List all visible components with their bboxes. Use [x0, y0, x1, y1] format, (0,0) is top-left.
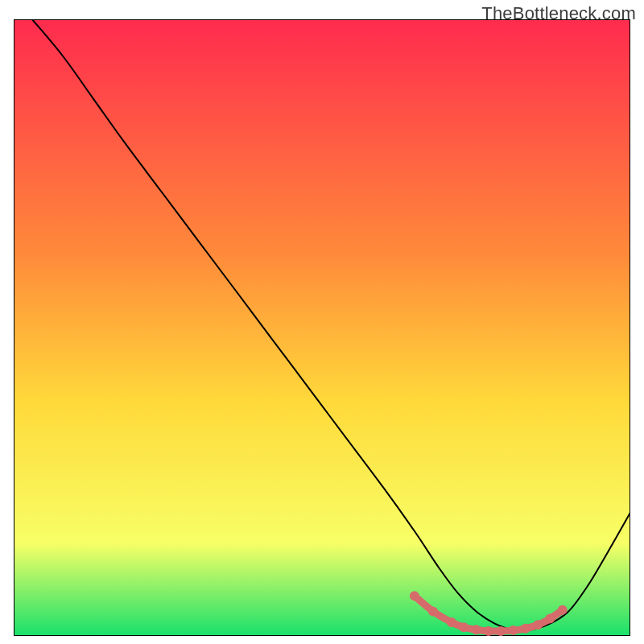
highlighted-floor-dot: [496, 626, 506, 636]
highlighted-floor-dot: [533, 620, 543, 630]
highlighted-floor-dot: [484, 626, 493, 636]
highlighted-floor-dot: [545, 614, 555, 624]
chart-svg: [14, 19, 630, 636]
plot-area: [14, 19, 630, 636]
highlighted-floor-dot: [459, 622, 469, 632]
highlighted-floor-dot: [410, 591, 419, 601]
highlighted-floor-dot: [521, 624, 530, 634]
highlighted-floor-dot: [428, 606, 438, 616]
highlighted-floor-dot: [558, 605, 568, 615]
gradient-background: [14, 19, 630, 636]
chart-frame: TheBottleneck.com: [0, 0, 644, 644]
highlighted-floor-dot: [447, 617, 456, 627]
highlighted-floor-dot: [509, 625, 518, 635]
highlighted-floor-dot: [472, 625, 481, 634]
